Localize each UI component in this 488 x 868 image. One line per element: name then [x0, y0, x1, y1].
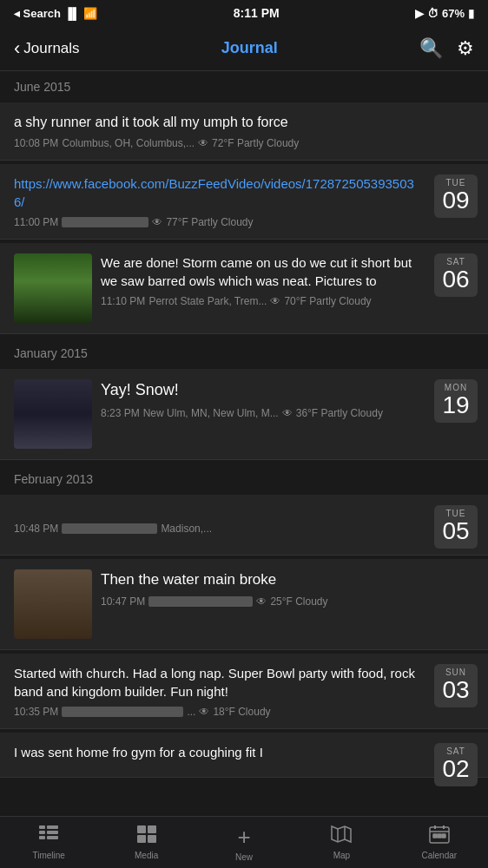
tab-timeline[interactable]: Timeline [0, 825, 97, 860]
svg-rect-1 [39, 831, 45, 834]
entry-content: We are done! Storm came on us do we cut … [101, 253, 419, 307]
thumbnail-image [14, 569, 92, 639]
svg-rect-0 [39, 825, 45, 829]
status-left: ◂ Search ▐▌ 📶 [14, 7, 97, 20]
entry-weather: 77°F Partly Cloudy [166, 216, 253, 228]
entry-text: Yay! Snow! [101, 379, 419, 401]
calendar-icon [429, 825, 450, 849]
tab-timeline-label: Timeline [32, 851, 64, 860]
date-badge: TUE 09 [434, 174, 478, 218]
entry-time: 10:35 PM [14, 706, 58, 718]
entry-content: Then the water main broke 10:47 PM 👁 25°… [101, 569, 474, 608]
entry-content: Yay! Snow! 8:23 PM New Ulm, MN, New Ulm,… [101, 379, 419, 418]
nav-title: Journal [221, 39, 278, 57]
entry-time: 11:00 PM [14, 216, 58, 228]
journal-content: June 2015 a shy runner and it took all m… [0, 71, 488, 816]
list-item[interactable]: 10:48 PM Madison,... TUE 05 [0, 495, 488, 556]
svg-rect-5 [47, 836, 58, 839]
back-label: Journals [23, 40, 79, 57]
battery-label: 67% [442, 7, 465, 20]
entry-meta: 10:48 PM Madison,... [14, 523, 419, 535]
entry-time: 10:47 PM [101, 595, 145, 608]
entry-time: 11:10 PM [101, 295, 145, 307]
thumbnail-image [14, 379, 92, 449]
date-day: 06 [441, 266, 471, 293]
redacted-location [62, 707, 183, 717]
entry-link: https://www.facebook.com/BuzzFeedVideo/v… [14, 174, 419, 211]
entry-meta: 10:35 PM ... 👁 18°F Cloudy [14, 706, 419, 718]
entry-location: Perrot State Park, Trem... [148, 295, 267, 307]
tab-media[interactable]: Media [97, 825, 195, 860]
tab-calendar[interactable]: Calendar [391, 825, 488, 860]
list-item[interactable]: We are done! Storm came on us do we cut … [0, 243, 488, 334]
svg-rect-8 [137, 835, 146, 843]
date-day: 19 [441, 392, 471, 419]
list-item[interactable]: Started with church. Had a long nap. Sup… [0, 654, 488, 729]
entry-time: 8:23 PM [101, 407, 140, 419]
entry-thumbnail [14, 253, 92, 323]
list-item[interactable]: a shy runner and it took all my umph to … [0, 102, 488, 161]
tab-new-label: New [235, 852, 253, 862]
back-button[interactable]: ‹ Journals [14, 39, 80, 58]
entry-thumbnail [14, 379, 92, 449]
entry-text: We are done! Storm came on us do we cut … [101, 253, 419, 290]
section-header-jan2015: January 2015 [0, 338, 488, 365]
date-day: 03 [441, 677, 471, 704]
eye-icon: 👁 [270, 295, 280, 307]
redacted-location [62, 523, 157, 534]
entry-weather: 70°F Partly Cloudy [284, 295, 371, 307]
entry-weather: 18°F Cloudy [213, 706, 270, 718]
svg-rect-6 [137, 825, 146, 833]
date-badge: SAT 02 [434, 743, 478, 786]
map-icon [331, 825, 352, 849]
entry-time: 10:08 PM [14, 137, 58, 149]
entry-text: a shy runner and it took all my umph to … [14, 113, 474, 132]
tab-map[interactable]: Map [293, 825, 390, 860]
eye-icon: 👁 [282, 407, 293, 419]
list-item[interactable]: I was sent home fro gym for a coughing f… [0, 733, 488, 778]
date-day: 09 [441, 187, 471, 214]
svg-rect-3 [47, 825, 58, 829]
svg-marker-10 [332, 826, 351, 842]
media-icon [136, 825, 157, 849]
entry-location: Columbus, OH, Columbus,... [62, 137, 195, 149]
location-icon: ▶ [415, 7, 424, 20]
date-badge: SUN 03 [434, 664, 478, 707]
redacted-location [62, 217, 148, 227]
chevron-left-icon: ‹ [14, 39, 20, 58]
entry-meta: 10:47 PM 👁 25°F Cloudy [101, 595, 474, 608]
eye-icon: 👁 [256, 595, 267, 608]
entry-text: Then the water main broke [101, 569, 474, 590]
thumbnail-image [14, 253, 92, 323]
date-day: 05 [441, 518, 471, 545]
list-item[interactable]: Yay! Snow! 8:23 PM New Ulm, MN, New Ulm,… [0, 369, 488, 460]
timeline-icon [38, 825, 59, 849]
search-button[interactable]: 🔍 [419, 37, 443, 60]
eye-icon: 👁 [199, 706, 209, 718]
entry-meta: 10:08 PM Columbus, OH, Columbus,... 👁 72… [14, 137, 474, 149]
entry-text: Started with church. Had a long nap. Sup… [14, 664, 419, 700]
settings-button[interactable]: ⚙ [457, 37, 474, 60]
nav-bar: ‹ Journals Journal 🔍 ⚙ [0, 26, 488, 71]
tab-calendar-label: Calendar [422, 851, 458, 860]
list-item[interactable]: https://www.facebook.com/BuzzFeedVideo/v… [0, 164, 488, 240]
svg-rect-4 [47, 831, 58, 834]
entry-meta: 8:23 PM New Ulm, MN, New Ulm, M... 👁 36°… [101, 407, 419, 419]
entry-location: New Ulm, MN, New Ulm, M... [143, 407, 279, 419]
location-suffix: Madison,... [161, 523, 212, 535]
redacted-location [148, 596, 253, 607]
entry-text: I was sent home fro gym for a coughing f… [14, 743, 419, 761]
entry-meta: 11:10 PM Perrot State Park, Trem... 👁 70… [101, 295, 419, 307]
eye-icon: 👁 [152, 216, 162, 228]
date-badge: MON 19 [434, 379, 478, 423]
section-header-june2015: June 2015 [0, 71, 488, 99]
list-item[interactable]: Then the water main broke 10:47 PM 👁 25°… [0, 559, 488, 650]
cellular-bars: ▐▌ [64, 7, 80, 20]
battery-icon: ▮ [468, 7, 474, 20]
tab-new[interactable]: + New [195, 824, 293, 862]
date-day: 02 [441, 756, 471, 783]
entry-weather: 36°F Partly Cloudy [296, 407, 383, 419]
wifi-icon: 📶 [83, 7, 97, 20]
svg-rect-17 [433, 834, 437, 838]
tab-bar: Timeline Media + New Map [0, 816, 488, 868]
